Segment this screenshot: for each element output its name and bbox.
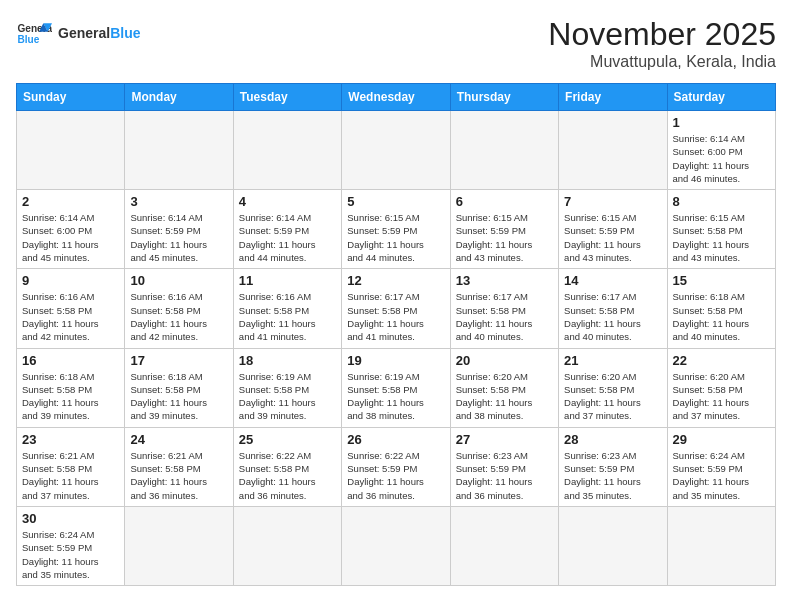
day-number: 12 bbox=[347, 273, 444, 288]
day-number: 17 bbox=[130, 353, 227, 368]
calendar-cell: 10Sunrise: 6:16 AM Sunset: 5:58 PM Dayli… bbox=[125, 269, 233, 348]
calendar-cell: 24Sunrise: 6:21 AM Sunset: 5:58 PM Dayli… bbox=[125, 427, 233, 506]
day-info: Sunrise: 6:20 AM Sunset: 5:58 PM Dayligh… bbox=[673, 370, 770, 423]
calendar-cell bbox=[342, 506, 450, 585]
calendar-cell bbox=[125, 111, 233, 190]
day-number: 20 bbox=[456, 353, 553, 368]
calendar-cell: 12Sunrise: 6:17 AM Sunset: 5:58 PM Dayli… bbox=[342, 269, 450, 348]
calendar-cell: 14Sunrise: 6:17 AM Sunset: 5:58 PM Dayli… bbox=[559, 269, 667, 348]
day-number: 30 bbox=[22, 511, 119, 526]
calendar-cell: 25Sunrise: 6:22 AM Sunset: 5:58 PM Dayli… bbox=[233, 427, 341, 506]
calendar-cell: 27Sunrise: 6:23 AM Sunset: 5:59 PM Dayli… bbox=[450, 427, 558, 506]
weekday-header-row: SundayMondayTuesdayWednesdayThursdayFrid… bbox=[17, 84, 776, 111]
calendar-cell: 28Sunrise: 6:23 AM Sunset: 5:59 PM Dayli… bbox=[559, 427, 667, 506]
calendar-table: SundayMondayTuesdayWednesdayThursdayFrid… bbox=[16, 83, 776, 586]
day-info: Sunrise: 6:17 AM Sunset: 5:58 PM Dayligh… bbox=[456, 290, 553, 343]
logo-icon: General Blue bbox=[16, 16, 52, 52]
calendar-cell: 3Sunrise: 6:14 AM Sunset: 5:59 PM Daylig… bbox=[125, 190, 233, 269]
svg-text:Blue: Blue bbox=[17, 34, 39, 45]
day-info: Sunrise: 6:15 AM Sunset: 5:58 PM Dayligh… bbox=[673, 211, 770, 264]
weekday-header-friday: Friday bbox=[559, 84, 667, 111]
calendar-cell: 2Sunrise: 6:14 AM Sunset: 6:00 PM Daylig… bbox=[17, 190, 125, 269]
calendar-cell: 23Sunrise: 6:21 AM Sunset: 5:58 PM Dayli… bbox=[17, 427, 125, 506]
day-info: Sunrise: 6:14 AM Sunset: 5:59 PM Dayligh… bbox=[239, 211, 336, 264]
logo: General Blue GeneralBlue bbox=[16, 16, 140, 52]
day-info: Sunrise: 6:18 AM Sunset: 5:58 PM Dayligh… bbox=[130, 370, 227, 423]
day-info: Sunrise: 6:19 AM Sunset: 5:58 PM Dayligh… bbox=[239, 370, 336, 423]
day-number: 9 bbox=[22, 273, 119, 288]
day-number: 7 bbox=[564, 194, 661, 209]
day-info: Sunrise: 6:16 AM Sunset: 5:58 PM Dayligh… bbox=[239, 290, 336, 343]
day-info: Sunrise: 6:14 AM Sunset: 6:00 PM Dayligh… bbox=[673, 132, 770, 185]
day-info: Sunrise: 6:18 AM Sunset: 5:58 PM Dayligh… bbox=[673, 290, 770, 343]
weekday-header-sunday: Sunday bbox=[17, 84, 125, 111]
week-row-2: 9Sunrise: 6:16 AM Sunset: 5:58 PM Daylig… bbox=[17, 269, 776, 348]
calendar-cell: 9Sunrise: 6:16 AM Sunset: 5:58 PM Daylig… bbox=[17, 269, 125, 348]
day-info: Sunrise: 6:19 AM Sunset: 5:58 PM Dayligh… bbox=[347, 370, 444, 423]
calendar-cell: 5Sunrise: 6:15 AM Sunset: 5:59 PM Daylig… bbox=[342, 190, 450, 269]
day-info: Sunrise: 6:15 AM Sunset: 5:59 PM Dayligh… bbox=[347, 211, 444, 264]
calendar-cell: 6Sunrise: 6:15 AM Sunset: 5:59 PM Daylig… bbox=[450, 190, 558, 269]
day-number: 27 bbox=[456, 432, 553, 447]
day-number: 15 bbox=[673, 273, 770, 288]
day-info: Sunrise: 6:21 AM Sunset: 5:58 PM Dayligh… bbox=[22, 449, 119, 502]
header: General Blue GeneralBlue November 2025 M… bbox=[16, 16, 776, 71]
day-number: 29 bbox=[673, 432, 770, 447]
day-info: Sunrise: 6:23 AM Sunset: 5:59 PM Dayligh… bbox=[564, 449, 661, 502]
day-info: Sunrise: 6:16 AM Sunset: 5:58 PM Dayligh… bbox=[130, 290, 227, 343]
day-info: Sunrise: 6:20 AM Sunset: 5:58 PM Dayligh… bbox=[456, 370, 553, 423]
calendar-cell: 7Sunrise: 6:15 AM Sunset: 5:59 PM Daylig… bbox=[559, 190, 667, 269]
calendar-cell: 17Sunrise: 6:18 AM Sunset: 5:58 PM Dayli… bbox=[125, 348, 233, 427]
month-title: November 2025 bbox=[548, 16, 776, 53]
calendar-cell: 1Sunrise: 6:14 AM Sunset: 6:00 PM Daylig… bbox=[667, 111, 775, 190]
calendar-cell bbox=[233, 111, 341, 190]
day-info: Sunrise: 6:21 AM Sunset: 5:58 PM Dayligh… bbox=[130, 449, 227, 502]
calendar-cell bbox=[667, 506, 775, 585]
week-row-5: 30Sunrise: 6:24 AM Sunset: 5:59 PM Dayli… bbox=[17, 506, 776, 585]
week-row-1: 2Sunrise: 6:14 AM Sunset: 6:00 PM Daylig… bbox=[17, 190, 776, 269]
day-info: Sunrise: 6:15 AM Sunset: 5:59 PM Dayligh… bbox=[564, 211, 661, 264]
day-info: Sunrise: 6:14 AM Sunset: 6:00 PM Dayligh… bbox=[22, 211, 119, 264]
weekday-header-saturday: Saturday bbox=[667, 84, 775, 111]
day-number: 13 bbox=[456, 273, 553, 288]
day-info: Sunrise: 6:22 AM Sunset: 5:59 PM Dayligh… bbox=[347, 449, 444, 502]
day-info: Sunrise: 6:16 AM Sunset: 5:58 PM Dayligh… bbox=[22, 290, 119, 343]
day-number: 10 bbox=[130, 273, 227, 288]
day-number: 18 bbox=[239, 353, 336, 368]
day-number: 21 bbox=[564, 353, 661, 368]
calendar-cell: 18Sunrise: 6:19 AM Sunset: 5:58 PM Dayli… bbox=[233, 348, 341, 427]
week-row-0: 1Sunrise: 6:14 AM Sunset: 6:00 PM Daylig… bbox=[17, 111, 776, 190]
weekday-header-monday: Monday bbox=[125, 84, 233, 111]
day-number: 1 bbox=[673, 115, 770, 130]
calendar-cell bbox=[450, 506, 558, 585]
day-number: 16 bbox=[22, 353, 119, 368]
day-info: Sunrise: 6:24 AM Sunset: 5:59 PM Dayligh… bbox=[673, 449, 770, 502]
calendar-cell bbox=[450, 111, 558, 190]
calendar-cell bbox=[17, 111, 125, 190]
day-number: 8 bbox=[673, 194, 770, 209]
calendar-cell: 21Sunrise: 6:20 AM Sunset: 5:58 PM Dayli… bbox=[559, 348, 667, 427]
calendar-cell: 11Sunrise: 6:16 AM Sunset: 5:58 PM Dayli… bbox=[233, 269, 341, 348]
day-number: 6 bbox=[456, 194, 553, 209]
calendar-cell: 29Sunrise: 6:24 AM Sunset: 5:59 PM Dayli… bbox=[667, 427, 775, 506]
title-area: November 2025 Muvattupula, Kerala, India bbox=[548, 16, 776, 71]
day-number: 4 bbox=[239, 194, 336, 209]
day-number: 3 bbox=[130, 194, 227, 209]
day-info: Sunrise: 6:20 AM Sunset: 5:58 PM Dayligh… bbox=[564, 370, 661, 423]
calendar-cell bbox=[559, 111, 667, 190]
day-info: Sunrise: 6:14 AM Sunset: 5:59 PM Dayligh… bbox=[130, 211, 227, 264]
calendar-cell bbox=[559, 506, 667, 585]
day-number: 2 bbox=[22, 194, 119, 209]
day-info: Sunrise: 6:17 AM Sunset: 5:58 PM Dayligh… bbox=[564, 290, 661, 343]
weekday-header-tuesday: Tuesday bbox=[233, 84, 341, 111]
day-info: Sunrise: 6:22 AM Sunset: 5:58 PM Dayligh… bbox=[239, 449, 336, 502]
day-number: 5 bbox=[347, 194, 444, 209]
day-number: 14 bbox=[564, 273, 661, 288]
day-number: 24 bbox=[130, 432, 227, 447]
day-info: Sunrise: 6:18 AM Sunset: 5:58 PM Dayligh… bbox=[22, 370, 119, 423]
weekday-header-thursday: Thursday bbox=[450, 84, 558, 111]
calendar-cell: 8Sunrise: 6:15 AM Sunset: 5:58 PM Daylig… bbox=[667, 190, 775, 269]
day-number: 26 bbox=[347, 432, 444, 447]
logo-general: General bbox=[58, 25, 110, 41]
calendar-cell: 4Sunrise: 6:14 AM Sunset: 5:59 PM Daylig… bbox=[233, 190, 341, 269]
